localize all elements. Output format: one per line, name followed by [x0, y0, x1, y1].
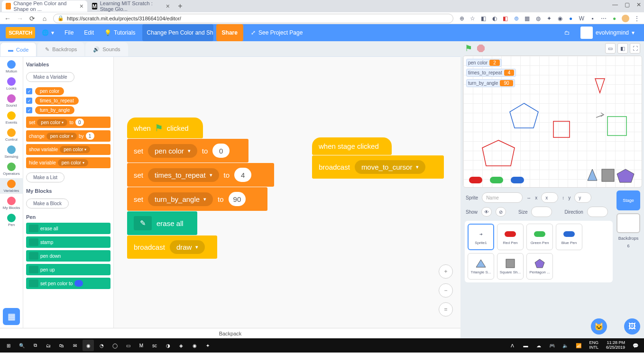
sprite-tile-sprite1[interactable]: ➔Sprite1: [468, 224, 494, 250]
block-set-times-to-repeat[interactable]: set times_to_repeat▾ to 4: [127, 163, 274, 187]
tab-backdrops[interactable]: ✎Backdrops: [37, 42, 84, 56]
see-project-page[interactable]: ⤢See Project Page: [246, 24, 307, 41]
ext-icon[interactable]: ●: [611, 15, 618, 22]
store-icon[interactable]: 🛍: [56, 340, 67, 351]
cat-events[interactable]: Events: [0, 110, 23, 126]
close-window-icon[interactable]: ✕: [636, 1, 641, 8]
my-stuff-icon[interactable]: 🗀: [561, 29, 574, 36]
block-broadcast-move[interactable]: broadcast move_to_cursor▾: [312, 155, 444, 179]
add-sprite-button[interactable]: 🐱: [591, 318, 607, 335]
project-title-input[interactable]: Change Pen Color and Sh…: [142, 24, 213, 41]
ext-icon[interactable]: ◧: [502, 15, 509, 22]
share-button[interactable]: Share: [216, 24, 243, 41]
cat-control[interactable]: Control: [0, 127, 23, 143]
ext-icon[interactable]: W: [578, 15, 585, 22]
zoom-reset-button[interactable]: =: [439, 302, 453, 317]
ext-icon[interactable]: ✦: [545, 15, 552, 22]
var-row[interactable]: ✓times_to_repeat: [26, 97, 110, 105]
make-block-button[interactable]: Make a Block: [26, 199, 69, 208]
app-icon[interactable]: M: [136, 340, 147, 351]
task-view-icon[interactable]: ⧉: [29, 340, 41, 351]
stop-button[interactable]: [477, 45, 485, 52]
stage-large-button[interactable]: ◧: [617, 43, 628, 54]
tray-icon[interactable]: ☁: [533, 340, 544, 351]
app-icon[interactable]: ◯: [109, 340, 120, 351]
red-pen-sprite[interactable]: [469, 177, 482, 183]
minimize-icon[interactable]: —: [612, 1, 618, 8]
blender-icon[interactable]: ◔: [96, 340, 107, 351]
block-set-pen-color[interactable]: set pen color▾ to 0: [127, 139, 248, 163]
browser-tab-active[interactable]: Change Pen Color and Shape on ... ×: [2, 0, 87, 12]
cat-looks[interactable]: Looks: [0, 76, 23, 91]
var-row[interactable]: ✓turn_by_angle: [26, 106, 110, 114]
hide-button[interactable]: ⊘: [496, 207, 506, 217]
app-icon[interactable]: ◑: [162, 340, 174, 351]
sprite-x-input[interactable]: x: [541, 192, 558, 203]
tray-icon[interactable]: 📶: [573, 340, 584, 351]
browser-tab-2[interactable]: M Learning MIT Scratch : Stage Glo... ×: [88, 0, 174, 12]
tab-code[interactable]: ▬Code: [0, 42, 37, 56]
size-input[interactable]: [531, 207, 552, 217]
script-stack-1[interactable]: when ⚑ clicked set pen color▾ to 0 set t…: [127, 118, 274, 259]
sprite-tile-red-pen[interactable]: Red Pen: [497, 224, 524, 250]
ext-icon[interactable]: ⋯: [600, 15, 607, 22]
sprite-tile-blue-pen[interactable]: Blue Pen: [556, 224, 582, 250]
tray-icon[interactable]: 🔈: [560, 340, 571, 351]
make-variable-button[interactable]: Make a Variable: [26, 72, 74, 82]
mail-icon[interactable]: ✉: [69, 340, 81, 351]
app-icon[interactable]: ◈: [175, 340, 187, 351]
checkbox-icon[interactable]: ✓: [26, 107, 32, 113]
checkbox-icon[interactable]: ✓: [26, 98, 32, 104]
cat-sound[interactable]: Sound: [0, 93, 23, 109]
add-extension-button[interactable]: ▦: [3, 308, 20, 325]
cat-variables[interactable]: Variables: [0, 178, 23, 194]
tray-icon[interactable]: ᐱ: [506, 340, 518, 351]
app-icon[interactable]: ◉: [189, 340, 200, 351]
star-icon[interactable]: ☆: [469, 15, 476, 22]
ext-icon[interactable]: ◉: [556, 15, 563, 22]
cat-sensing[interactable]: Sensing: [0, 144, 23, 160]
address-bar[interactable]: 🔒 https://scratch.mit.edu/projects/31866…: [53, 14, 453, 23]
block-set-turn-by-angle[interactable]: set turn_by_angle▾ to 90: [127, 187, 267, 211]
block-set-var[interactable]: set pen color▾ to 0: [26, 117, 110, 128]
zoom-out-button[interactable]: −: [439, 283, 453, 298]
cat-myblocks[interactable]: My Blocks: [0, 195, 23, 211]
zoom-in-button[interactable]: +: [439, 264, 453, 279]
blue-pen-sprite[interactable]: [511, 177, 524, 183]
tray-icon[interactable]: 🎮: [546, 340, 558, 351]
color-swatch[interactable]: [74, 280, 83, 287]
stage[interactable]: pen color2 times_to_repeat4 turn_by_angl…: [463, 55, 642, 188]
stage-thumb-preview[interactable]: [616, 213, 640, 233]
fullscreen-button[interactable]: ⛶: [630, 43, 640, 54]
checkbox-icon[interactable]: ✓: [26, 88, 32, 94]
menu-icon[interactable]: ⋮: [633, 15, 640, 22]
add-backdrop-button[interactable]: 🖼: [624, 318, 640, 335]
app-icon[interactable]: ✦: [202, 340, 213, 351]
ext-icon[interactable]: ⊚: [513, 15, 520, 22]
taskbar-datetime[interactable]: 11:28 PM 6/25/2019: [603, 341, 628, 350]
block-change-var[interactable]: change pen color▾ by 1: [26, 130, 110, 142]
stage-small-button[interactable]: ▭: [605, 43, 616, 54]
tab-close-icon[interactable]: ×: [80, 2, 83, 10]
cat-pen[interactable]: Pen: [0, 212, 23, 228]
app-icon[interactable]: sc: [149, 340, 160, 351]
direction-input[interactable]: [587, 207, 608, 217]
block-pen-up[interactable]: pen up: [26, 264, 110, 275]
ext-icon[interactable]: ◧: [480, 15, 487, 22]
tab-sounds[interactable]: 🔊Sounds: [85, 42, 128, 56]
block-pen-down[interactable]: pen down: [26, 250, 110, 262]
sprite-tile-pentagon[interactable]: Pentagon ...: [526, 253, 553, 280]
ext-icon[interactable]: ◐: [491, 15, 498, 22]
block-when-flag-clicked[interactable]: when ⚑ clicked: [127, 118, 203, 138]
sprite-y-input[interactable]: y: [574, 192, 591, 203]
make-list-button[interactable]: Make a List: [26, 172, 64, 182]
block-when-stage-clicked[interactable]: when stage clicked: [312, 137, 392, 155]
edit-menu[interactable]: Edit: [80, 24, 98, 41]
file-menu[interactable]: File: [61, 24, 77, 41]
back-icon[interactable]: ←: [4, 15, 11, 22]
stage-thumb[interactable]: Stage: [616, 190, 640, 210]
block-stamp[interactable]: stamp: [26, 236, 110, 248]
block-show-var[interactable]: show variable pen color▾: [26, 144, 110, 155]
show-button[interactable]: 👁: [481, 207, 492, 217]
block-erase-all-ws[interactable]: ✎ erase all: [127, 211, 197, 235]
